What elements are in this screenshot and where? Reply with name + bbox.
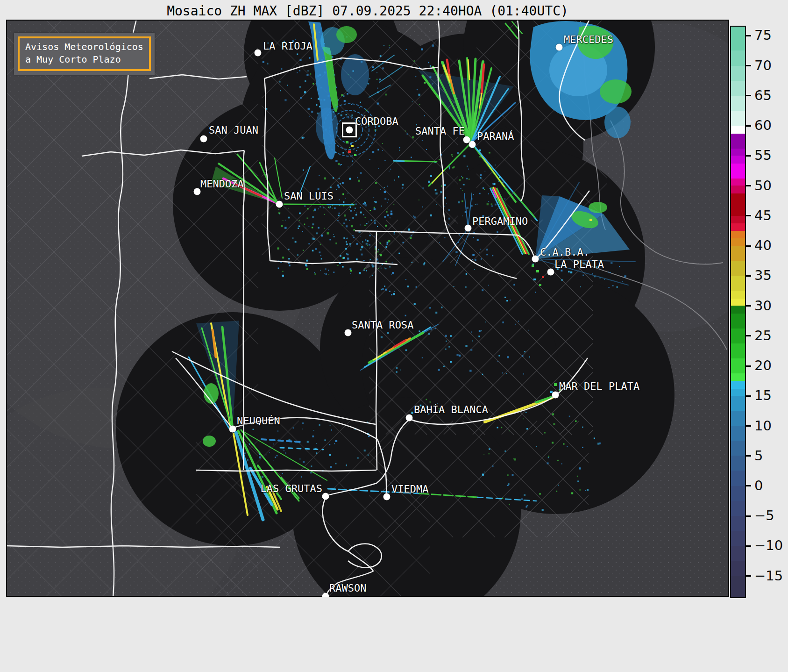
colorbar-segment xyxy=(731,231,745,239)
colorbar-segment xyxy=(731,164,745,179)
colorbar-tick xyxy=(746,35,751,36)
colorbar-tick-label: 70 xyxy=(754,57,772,73)
colorbar-segment xyxy=(731,81,745,96)
colorbar-segment xyxy=(731,299,745,306)
colorbar-tick xyxy=(746,65,751,66)
colorbar-segment xyxy=(731,389,745,396)
colorbar-tick xyxy=(746,425,751,427)
colorbar-tick xyxy=(746,95,751,96)
colorbar-segment xyxy=(731,306,745,314)
colorbar-segment xyxy=(731,396,745,411)
colorbar-tick xyxy=(746,275,751,277)
colorbar-segment xyxy=(731,456,745,471)
colorbar-tick xyxy=(746,485,751,486)
colorbar-tick-label: 25 xyxy=(754,328,772,343)
colorbar-tick xyxy=(746,455,751,457)
colorbar-tick xyxy=(746,215,751,216)
colorbar-tick xyxy=(746,335,751,336)
colorbar-segment xyxy=(731,411,745,426)
colorbar-segment xyxy=(731,193,745,216)
colorbar-gradient xyxy=(730,26,746,598)
colorbar-tick-label: 15 xyxy=(754,388,772,404)
colorbar-segment xyxy=(731,471,745,486)
colorbar-segment xyxy=(731,373,745,380)
radar-map xyxy=(6,20,729,597)
colorbar-segment xyxy=(731,441,745,456)
colorbar-segment xyxy=(731,576,745,597)
colorbar-scale: 757065605550454035302520151050−5−10−15 xyxy=(730,26,744,598)
colorbar-segment xyxy=(731,238,745,245)
colorbar-tick-label: 50 xyxy=(754,178,772,193)
colorbar-tick xyxy=(746,185,751,186)
colorbar-tick-label: 60 xyxy=(754,117,772,133)
colorbar-tick xyxy=(746,515,751,517)
figure-title: Mosaico ZH MAX [dBZ] 07.09.2025 22:40HOA… xyxy=(6,3,729,19)
colorbar-segment xyxy=(731,149,745,156)
colorbar-tick xyxy=(746,125,751,127)
colorbar-tick-label: 20 xyxy=(754,357,772,373)
colorbar-tick-label: 40 xyxy=(754,237,772,253)
colorbar-segment xyxy=(731,134,745,149)
colorbar-segment xyxy=(731,216,745,224)
colorbar-tick-label: 10 xyxy=(754,418,772,434)
colorbar-segment xyxy=(731,516,745,531)
colorbar-tick xyxy=(746,155,751,157)
colorbar-segment xyxy=(731,27,745,50)
colorbar-tick-label: 45 xyxy=(754,207,772,223)
colorbar-tick xyxy=(746,395,751,397)
colorbar-segment xyxy=(731,358,745,373)
colorbar-segment xyxy=(731,223,745,230)
colorbar-tick xyxy=(746,365,751,367)
warnings-overlay-button[interactable]: Avisos Meteorológicos a Muy Corto Plazo xyxy=(14,33,155,75)
radar-mosaic-figure: Mosaico ZH MAX [dBZ] 07.09.2025 22:40HOA… xyxy=(0,0,788,672)
colorbar-tick-label: −5 xyxy=(754,508,774,524)
warnings-label-line2: a Muy Corto Plazo xyxy=(25,53,143,66)
colorbar-segment xyxy=(731,66,745,81)
colorbar-segment xyxy=(731,276,745,291)
colorbar-tick-label: 30 xyxy=(754,298,772,314)
colorbar-segment xyxy=(731,343,745,358)
colorbar-tick xyxy=(746,245,751,247)
colorbar-segment xyxy=(731,156,745,164)
colorbar-tick xyxy=(746,575,751,577)
colorbar-segment xyxy=(731,261,745,276)
colorbar-segment xyxy=(731,531,745,546)
colorbar-tick xyxy=(746,545,751,547)
colorbar-segment xyxy=(731,546,745,561)
footer-logos: Servicio Meteorológico Nacional Argentin… xyxy=(0,597,788,672)
colorbar-segment xyxy=(731,111,745,126)
colorbar-segment xyxy=(731,50,745,65)
colorbar-tick-label: −10 xyxy=(754,538,783,554)
colorbar-segment xyxy=(731,126,745,134)
colorbar-segment xyxy=(731,426,745,441)
colorbar-tick-label: 0 xyxy=(754,478,763,493)
colorbar-segment xyxy=(731,179,745,186)
colorbar-segment xyxy=(731,291,745,299)
colorbar-segment xyxy=(731,486,745,501)
colorbar-segment xyxy=(731,246,745,261)
colorbar-tick-label: 65 xyxy=(754,87,772,103)
colorbar-segment xyxy=(731,561,745,576)
colorbar-tick-label: 55 xyxy=(754,148,772,164)
colorbar-segment xyxy=(731,381,745,389)
colorbar-segment xyxy=(731,314,745,329)
warnings-label-line1: Avisos Meteorológicos xyxy=(25,41,143,53)
colorbar-segment xyxy=(731,329,745,343)
colorbar-tick-label: 35 xyxy=(754,268,772,284)
colorbar-tick-label: −15 xyxy=(754,568,783,584)
colorbar-segment xyxy=(731,501,745,516)
colorbar-tick xyxy=(746,305,751,307)
colorbar-tick-label: 5 xyxy=(754,448,763,464)
colorbar-tick-label: 75 xyxy=(754,28,772,43)
colorbar-segment xyxy=(731,186,745,193)
colorbar-segment xyxy=(731,96,745,111)
